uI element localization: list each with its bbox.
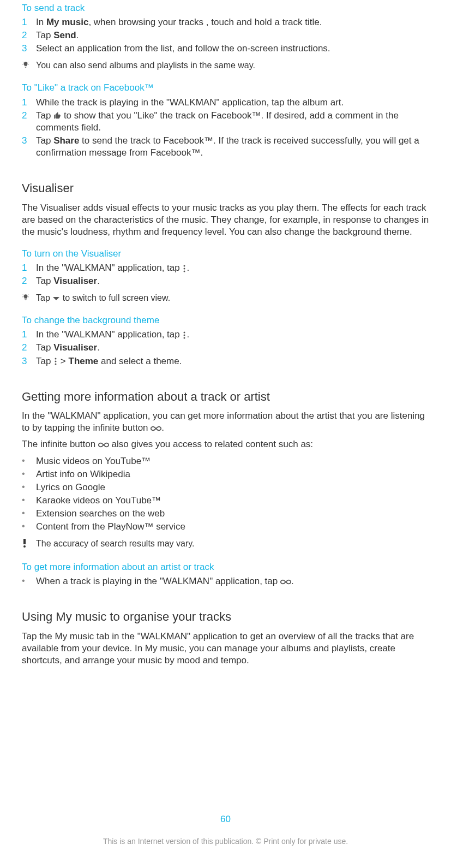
list-text: Karaoke videos on YouTube™ <box>36 495 429 507</box>
list-item: •Extension searches on the web <box>22 508 429 520</box>
svg-point-7 <box>55 361 57 362</box>
text-span: . <box>76 30 79 40</box>
copyright-text: This is an Internet version of this publ… <box>0 836 451 846</box>
step-row: 3 Tap > Theme and select a theme. <box>22 355 429 367</box>
text-span: , when browsing your tracks , touch and … <box>88 17 322 27</box>
note-text: The accuracy of search results may vary. <box>36 538 429 550</box>
infinite-icon <box>280 579 291 585</box>
step-number: 3 <box>22 135 36 159</box>
list-item: •Lyrics on Google <box>22 481 429 494</box>
text-span: Tap <box>36 30 53 40</box>
list-item: •Music videos on YouTube™ <box>22 455 429 467</box>
heading-get-more-info: To get more information about an artist … <box>22 561 429 573</box>
text-span: also gives you access to related content… <box>109 439 313 449</box>
step-text: Select an application from the list, and… <box>36 43 429 55</box>
svg-point-4 <box>184 334 185 336</box>
step-row: 1 In the "WALKMAN" application, tap . <box>22 329 429 341</box>
text-span: to send the track to Facebook™. If the t… <box>36 135 419 158</box>
step-number: 3 <box>22 43 36 55</box>
text-span: . <box>187 263 189 273</box>
chevron-down-icon <box>52 296 60 301</box>
page-footer: 60 This is an Internet version of this p… <box>0 813 451 846</box>
text-span: When a track is playing in the "WALKMAN"… <box>36 576 280 586</box>
step-text: Tap Visualiser. <box>36 275 429 287</box>
svg-point-10 <box>23 545 26 548</box>
svg-point-8 <box>55 364 57 365</box>
step-row: 1 In My music, when browsing your tracks… <box>22 16 429 28</box>
tip-row: Tap to switch to full screen view. <box>22 293 429 305</box>
overflow-menu-icon <box>53 358 58 365</box>
text-span: and select a theme. <box>98 356 182 366</box>
step-row: 1 While the track is playing in the "WAL… <box>22 97 429 109</box>
page-number: 60 <box>0 813 451 825</box>
text-span: to switch to full screen view. <box>60 293 170 302</box>
tip-text: Tap to switch to full screen view. <box>36 293 429 304</box>
text-span: to show that you "Like" the track on Fac… <box>36 110 399 133</box>
step-text: Tap Visualiser. <box>36 342 429 354</box>
text-span: In the "WALKMAN" application, tap <box>36 263 182 273</box>
lightbulb-icon <box>22 293 36 305</box>
step-row: 1 In the "WALKMAN" application, tap . <box>22 262 429 274</box>
text-span: Tap <box>36 342 53 353</box>
step-row: 2 Tap to show that you "Like" the track … <box>22 110 429 134</box>
step-number: 1 <box>22 16 36 28</box>
step-number: 2 <box>22 29 36 41</box>
list-item: •Karaoke videos on YouTube™ <box>22 495 429 507</box>
step-number: 2 <box>22 110 36 134</box>
bullet-icon: • <box>22 481 36 494</box>
list-text: Artist info on Wikipedia <box>36 468 429 480</box>
step-number: 3 <box>22 355 36 367</box>
heading-send-track: To send a track <box>22 2 429 14</box>
heading-more-info: Getting more information about a track o… <box>22 389 429 405</box>
bold-term: Share <box>53 135 79 146</box>
thumbs-up-icon <box>53 112 61 120</box>
step-number: 1 <box>22 329 36 341</box>
bullet-icon: • <box>22 455 36 467</box>
text-span: Tap <box>36 135 53 146</box>
list-text: Lyrics on Google <box>36 481 429 494</box>
text-span: > <box>58 356 68 366</box>
text-span: Tap <box>36 293 52 302</box>
svg-point-2 <box>184 270 185 272</box>
text-span: . <box>97 276 100 286</box>
list-text: Extension searches on the web <box>36 508 429 520</box>
text-span: . <box>291 576 294 586</box>
bold-term: Visualiser <box>53 342 97 353</box>
step-text: Tap > Theme and select a theme. <box>36 355 429 367</box>
heading-visualiser: Visualiser <box>22 181 429 197</box>
svg-point-1 <box>184 267 185 269</box>
step-text: Tap to show that you "Like" the track on… <box>36 110 429 134</box>
step-row: 2 Tap Visualiser. <box>22 342 429 354</box>
text-span: In the "WALKMAN" application, tap <box>36 329 182 340</box>
step-row: 3 Select an application from the list, a… <box>22 43 429 55</box>
step-text: In the "WALKMAN" application, tap . <box>36 262 429 274</box>
text-span: . <box>97 342 100 353</box>
step-number: 2 <box>22 275 36 287</box>
text-span: . <box>161 423 164 433</box>
tip-row: You can also send albums and playlists i… <box>22 60 429 72</box>
bold-term: My music <box>46 17 88 27</box>
step-number: 2 <box>22 342 36 354</box>
paragraph: Tap the My music tab in the "WALKMAN" ap… <box>22 631 429 667</box>
step-row: 2 Tap Send. <box>22 29 429 41</box>
svg-point-6 <box>55 358 57 360</box>
text-span: . <box>187 329 189 340</box>
step-text: In the "WALKMAN" application, tap . <box>36 329 429 341</box>
step-text: While the track is playing in the "WALKM… <box>36 97 429 109</box>
paragraph: In the "WALKMAN" application, you can ge… <box>22 410 429 434</box>
bold-term: Send <box>53 30 76 40</box>
text-span: Tap <box>36 276 53 286</box>
infinite-icon <box>151 425 161 432</box>
step-row: 3 Tap Share to send the track to Faceboo… <box>22 135 429 159</box>
heading-like-facebook: To "Like" a track on Facebook™ <box>22 82 429 94</box>
heading-my-music: Using My music to organise your tracks <box>22 609 429 625</box>
step-text: In My music, when browsing your tracks ,… <box>36 16 429 28</box>
heading-turn-on-visualiser: To turn on the Visualiser <box>22 248 429 260</box>
step-number: 1 <box>22 262 36 274</box>
note-row: The accuracy of search results may vary. <box>22 538 429 551</box>
text-span: Tap <box>36 110 53 121</box>
bold-term: Theme <box>69 356 99 366</box>
step-text: Tap Send. <box>36 29 429 41</box>
text-span: Tap <box>36 356 53 366</box>
paragraph: The infinite button also gives you acces… <box>22 438 429 450</box>
